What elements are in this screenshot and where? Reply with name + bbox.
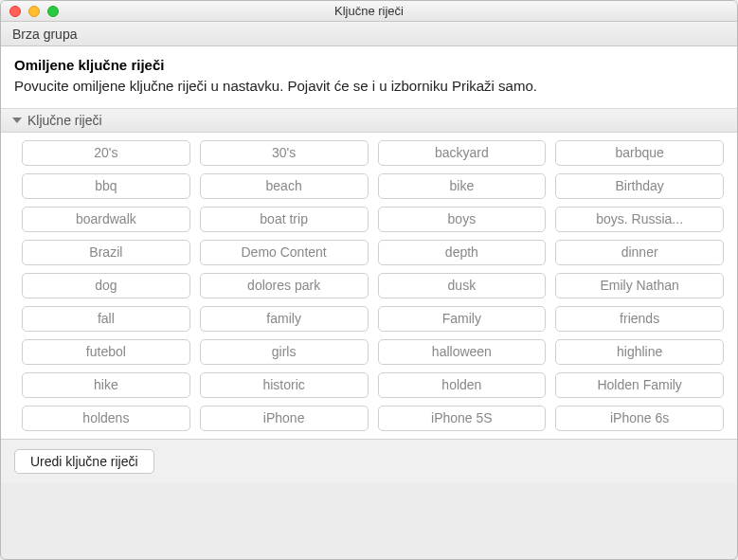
keyword-token[interactable]: Family	[378, 306, 547, 332]
toolbar: Brza grupa	[1, 22, 737, 46]
keyword-token[interactable]: depth	[378, 240, 547, 265]
keyword-token[interactable]: 30's	[200, 140, 369, 166]
edit-keywords-button[interactable]: Uredi ključne riječi	[14, 449, 154, 474]
keyword-token[interactable]: dolores park	[200, 273, 369, 298]
keyword-token[interactable]: boys	[378, 207, 547, 232]
keyword-token[interactable]: dusk	[378, 273, 547, 298]
keyword-token[interactable]: dinner	[555, 240, 724, 265]
footer: Uredi ključne riječi	[1, 439, 737, 483]
window-title: Ključne riječi	[1, 4, 737, 18]
keyword-token[interactable]: friends	[555, 306, 724, 332]
keyword-token[interactable]: holdens	[22, 406, 190, 431]
intro-title: Omiljene ključne riječi	[14, 56, 724, 75]
keyword-token[interactable]: girls	[200, 339, 369, 365]
keyword-token[interactable]: beach	[200, 173, 369, 199]
keyword-token[interactable]: backyard	[378, 140, 547, 166]
keywords-section-header[interactable]: Ključne riječi	[1, 109, 737, 133]
keyword-token[interactable]: iPhone 6s	[555, 406, 724, 431]
titlebar: Ključne riječi	[1, 1, 737, 22]
keyword-token[interactable]: holden	[378, 372, 547, 398]
intro-description: Povucite omiljene ključne riječi u nasta…	[14, 77, 724, 96]
keyword-token[interactable]: highline	[555, 339, 724, 365]
keyword-token[interactable]: bbq	[22, 173, 190, 199]
chevron-down-icon	[12, 117, 22, 123]
keyword-token[interactable]: Birthday	[555, 173, 724, 199]
keyword-token[interactable]: historic	[200, 372, 369, 398]
keyword-token[interactable]: hike	[22, 372, 190, 398]
keyword-token[interactable]: boat trip	[200, 207, 369, 232]
keywords-grid: 20's30'sbackyardbarbquebbqbeachbikeBirth…	[1, 133, 737, 439]
keyword-token[interactable]: halloween	[378, 339, 547, 365]
keyword-token[interactable]: boys. Russia...	[555, 207, 724, 232]
keyword-token[interactable]: iPhone	[200, 406, 369, 431]
keyword-token[interactable]: iPhone 5S	[378, 406, 547, 431]
keyword-token[interactable]: boardwalk	[22, 207, 190, 232]
intro-section: Omiljene ključne riječi Povucite omiljen…	[1, 46, 737, 109]
keyword-token[interactable]: barbque	[555, 140, 724, 166]
keyword-token[interactable]: dog	[22, 273, 190, 298]
keyword-token[interactable]: Emily Nathan	[555, 273, 724, 298]
keyword-token[interactable]: 20's	[22, 140, 190, 166]
section-header-label: Ključne riječi	[27, 113, 102, 128]
keyword-token[interactable]: futebol	[22, 339, 190, 365]
keyword-token[interactable]: bike	[378, 173, 547, 199]
group-label[interactable]: Brza grupa	[12, 27, 77, 42]
keyword-token[interactable]: fall	[22, 306, 190, 332]
keyword-token[interactable]: Demo Content	[200, 240, 369, 265]
keyword-token[interactable]: Holden Family	[555, 372, 724, 398]
keyword-token[interactable]: Brazil	[22, 240, 190, 265]
keyword-token[interactable]: family	[200, 306, 369, 332]
